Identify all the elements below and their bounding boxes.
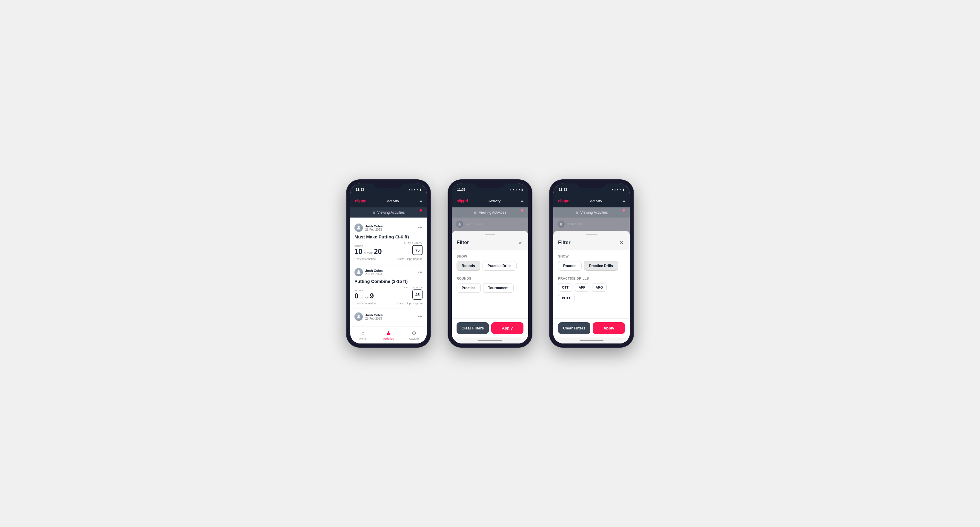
viewing-bar[interactable]: ⊞ Viewing Activities <box>350 207 427 217</box>
notch <box>374 180 403 188</box>
signal-icon-3: ▲▲▲ <box>611 188 619 191</box>
filter-icon-2: ⊞ <box>474 211 477 214</box>
info-icon-2: ℹ <box>355 302 355 305</box>
bg-more-3: ••• <box>621 222 625 227</box>
shots-value-1: 20 <box>374 248 382 255</box>
viewing-bar-3[interactable]: ⊞ Viewing Activities <box>553 207 630 217</box>
sq-label-2: Shot Quality <box>404 286 423 289</box>
filter-handle-bar-2 <box>485 234 495 235</box>
filter-close-3[interactable]: ✕ <box>618 239 625 246</box>
phone-2: 11:33 ▲▲▲ ▾ ▮ clippd Activity ≡ ⊞ Viewin… <box>448 180 532 347</box>
battery-icon-2: ▮ <box>521 188 523 191</box>
practice-drills-btn-3[interactable]: Practice Drills <box>584 261 618 271</box>
home-bar-3 <box>579 340 603 341</box>
arg-tag-3[interactable]: ARG <box>592 283 607 292</box>
nav-title: Activity <box>387 199 399 203</box>
rounds-btn-2[interactable]: Rounds <box>457 261 480 271</box>
tab-activities-label: Activities <box>383 337 394 340</box>
activity-card-1: Josh Coles 28 Feb 2023 ••• Must Make Put… <box>350 220 427 264</box>
home-icon: ⌂ <box>361 330 364 336</box>
info-icon-1: ℹ <box>355 257 355 260</box>
nav-bar-2: clippd Activity ≡ <box>452 194 528 207</box>
bg-user: Josh Coles <box>466 222 482 226</box>
nav-title-2: Activity <box>488 199 500 203</box>
filter-footer-3: Clear Filters Apply <box>553 318 630 338</box>
viewing-bar-text-3: Viewing Activities <box>581 210 608 214</box>
app-logo-2: clippd <box>457 198 468 203</box>
rounds-btn-3[interactable]: Rounds <box>558 261 582 271</box>
home-bar-2 <box>478 340 502 341</box>
menu-icon-2[interactable]: ≡ <box>521 198 523 203</box>
filter-title-3: Filter <box>558 240 571 246</box>
capture-icon: ⊕ <box>412 330 416 336</box>
card-footer-right-1: Data: Clippd Capture <box>398 257 423 260</box>
show-label-3: Show <box>558 254 625 258</box>
activity-list: Josh Coles 28 Feb 2023 ••• Must Make Put… <box>350 217 427 327</box>
app-logo: clippd <box>355 198 366 203</box>
shot-quality-badge-1: 75 <box>412 245 423 255</box>
tournament-btn-2[interactable]: Tournament <box>483 283 514 293</box>
practice-drills-btn-2[interactable]: Practice Drills <box>482 261 517 271</box>
filter-body-2: Show Rounds Practice Drills Rounds Pract… <box>452 250 528 318</box>
filter-header-2: Filter ✕ <box>452 238 528 250</box>
filter-close-2[interactable]: ✕ <box>516 239 523 246</box>
svg-point-4 <box>560 222 562 224</box>
filter-icon-3: ⊞ <box>575 211 578 214</box>
apply-btn-3[interactable]: Apply <box>593 322 625 334</box>
tab-capture[interactable]: ⊕ Capture <box>406 330 422 340</box>
more-btn-1[interactable]: ••• <box>418 225 423 230</box>
filter-sheet-3: Filter ✕ Show Rounds Practice Drills Pra… <box>553 231 630 343</box>
activities-icon: ♟ <box>386 330 391 336</box>
more-btn-3[interactable]: ••• <box>418 314 423 319</box>
notch-2 <box>475 180 505 188</box>
notification-dot <box>420 209 422 211</box>
wifi-icon: ▾ <box>417 188 418 191</box>
filter-footer-2: Clear Filters Apply <box>452 318 528 338</box>
avatar-bg-3 <box>557 221 565 228</box>
shots-value-2: 9 <box>370 292 374 300</box>
tab-home-label: Home <box>360 337 367 340</box>
rounds-label-2: Rounds <box>457 277 523 280</box>
avatar-3 <box>355 313 363 321</box>
filter-handle-3 <box>553 231 630 238</box>
menu-icon[interactable]: ≡ <box>420 198 422 203</box>
drill-tags-group-3: OTT APP ARG PUTT <box>558 283 625 302</box>
phone-1: 11:33 ▲▲▲ ▾ ▮ clippd Activity ≡ ⊞ Viewin… <box>347 180 430 347</box>
tab-home[interactable]: ⌂ Home <box>355 330 371 340</box>
app-logo-3: clippd <box>558 198 570 203</box>
filter-body-3: Show Rounds Practice Drills Practice Dri… <box>553 250 630 318</box>
viewing-bar-2[interactable]: ⊞ Viewing Activities <box>452 207 528 217</box>
clear-filters-btn-3[interactable]: Clear Filters <box>558 322 590 334</box>
ott-tag-3[interactable]: OTT <box>558 283 573 292</box>
clear-filters-btn-2[interactable]: Clear Filters <box>457 322 489 334</box>
more-btn-2[interactable]: ••• <box>418 270 423 275</box>
notification-dot-3 <box>622 209 625 211</box>
status-time: 11:33 <box>356 188 364 191</box>
score-value-1: 10 <box>355 248 363 255</box>
filter-overlay-3: Filter ✕ Show Rounds Practice Drills Pra… <box>553 231 630 343</box>
menu-icon-3[interactable]: ≡ <box>622 198 625 203</box>
putt-tag-3[interactable]: PUTT <box>558 294 574 302</box>
score-value-2: 0 <box>355 292 358 300</box>
phone-3: 11:33 ▲▲▲ ▾ ▮ clippd Activity ≡ ⊞ Viewin… <box>550 180 633 347</box>
filter-sheet-2: Filter ✕ Show Rounds Practice Drills Rou… <box>452 231 528 343</box>
activity-card-3: Josh Coles 28 Feb 2023 ••• <box>350 309 427 327</box>
filter-icon: ⊞ <box>372 211 375 214</box>
wifi-icon-2: ▾ <box>519 188 520 191</box>
show-btn-group-3: Rounds Practice Drills <box>558 261 625 271</box>
user-name-1: Josh Coles <box>365 224 383 228</box>
filter-handle-2 <box>452 231 528 238</box>
practice-btn-2[interactable]: Practice <box>457 283 481 293</box>
apply-btn-2[interactable]: Apply <box>491 322 523 334</box>
rounds-btn-group-2: Practice Tournament <box>457 283 523 293</box>
status-time-3: 11:33 <box>559 188 567 191</box>
signal-icon: ▲▲▲ <box>408 188 416 191</box>
user-name-3: Josh Coles <box>365 313 383 317</box>
signal-icon-2: ▲▲▲ <box>509 188 517 191</box>
svg-point-3 <box>459 222 460 224</box>
app-tag-3[interactable]: APP <box>575 283 589 292</box>
card-footer-left-1: ℹ Test Information <box>355 257 375 260</box>
notification-dot-2 <box>521 209 523 211</box>
tab-activities[interactable]: ♟ Activities <box>380 330 397 340</box>
svg-point-2 <box>358 315 360 317</box>
